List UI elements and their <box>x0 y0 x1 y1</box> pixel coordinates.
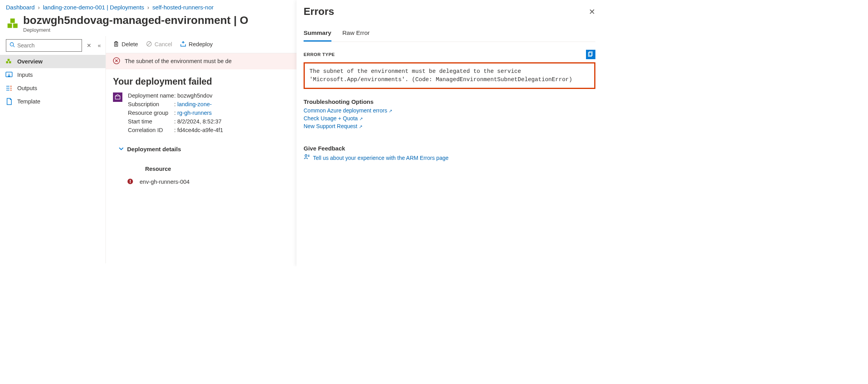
link-common-errors[interactable]: Common Azure deployment errors↗ <box>304 107 392 114</box>
chevron-down-icon <box>118 146 124 152</box>
external-link-icon: ↗ <box>359 124 362 129</box>
error-message-box: The subnet of the environment must be de… <box>304 62 595 89</box>
chevron-right-icon: › <box>37 4 40 11</box>
feedback-icon <box>304 154 310 161</box>
meta-label-deployment-name: Deployment name <box>128 92 174 99</box>
svg-rect-1 <box>13 24 17 28</box>
delete-label: Delete <box>122 41 138 47</box>
delete-button[interactable]: Delete <box>113 41 138 48</box>
overview-icon <box>5 58 13 65</box>
svg-point-23 <box>305 155 307 157</box>
svg-rect-20 <box>130 182 131 183</box>
search-box[interactable] <box>6 39 82 52</box>
meta-label-resource-group: Resource group <box>128 110 174 116</box>
svg-rect-0 <box>7 24 12 28</box>
meta-label-subscription: Subscription <box>128 101 174 107</box>
meta-value-start-time: 8/2/2024, 8:52:37 <box>177 118 223 125</box>
copy-icon <box>588 51 593 58</box>
sidebar-item-outputs[interactable]: Outputs <box>0 82 106 95</box>
tab-summary[interactable]: Summary <box>304 26 331 42</box>
error-circle-icon <box>113 57 120 65</box>
meta-label-start-time: Start time <box>128 118 174 125</box>
redeploy-icon <box>180 41 186 48</box>
error-badge-icon <box>127 178 133 186</box>
feedback-link[interactable]: Tell us about your experience with the A… <box>313 155 449 161</box>
sidebar-item-label: Overview <box>17 58 43 65</box>
sidebar-item-inputs[interactable]: Inputs <box>0 68 106 82</box>
svg-rect-5 <box>6 61 8 63</box>
error-banner-text: The subnet of the environment must be de <box>125 58 231 64</box>
tab-raw-error[interactable]: Raw Error <box>342 26 370 42</box>
troubleshooting-header: Troubleshooting Options <box>304 98 595 105</box>
sidebar-item-label: Template <box>17 98 40 105</box>
resource-provider-icon <box>113 92 122 102</box>
svg-rect-7 <box>7 59 9 61</box>
close-button[interactable]: ✕ <box>589 7 595 16</box>
flyout-tabs: Summary Raw Error <box>304 26 595 42</box>
svg-point-3 <box>10 43 14 46</box>
meta-link-subscription[interactable]: landing-zone- <box>177 101 223 107</box>
link-check-quota[interactable]: Check Usage + Quota↗ <box>304 115 363 121</box>
table-cell-resource: env-gh-runners-004 <box>140 179 189 185</box>
inputs-icon <box>5 71 13 78</box>
svg-line-4 <box>13 46 15 47</box>
search-icon <box>9 42 15 49</box>
page-subtitle: Deployment <box>23 27 248 33</box>
trash-icon <box>113 41 119 48</box>
deployment-meta: Deployment name: bozwgh5ndov Subscriptio… <box>128 92 223 133</box>
sidebar-item-label: Outputs <box>17 85 37 91</box>
cancel-label: Cancel <box>155 41 172 47</box>
breadcrumb-link-deployments[interactable]: landing-zone-demo-001 | Deployments <box>43 4 144 11</box>
page-title: bozwgh5ndovag-managed-environment | O <box>23 14 248 27</box>
link-new-support[interactable]: New Support Request↗ <box>304 123 362 129</box>
external-link-icon: ↗ <box>359 116 363 121</box>
sidebar-item-template[interactable]: Template <box>0 95 106 108</box>
meta-value-deployment-name: bozwgh5ndov <box>177 92 223 99</box>
meta-link-resource-group[interactable]: rg-gh-runners <box>177 110 223 116</box>
svg-rect-17 <box>115 96 120 99</box>
meta-label-correlation-id: Correlation ID <box>128 127 174 133</box>
redeploy-button[interactable]: Redeploy <box>180 41 213 48</box>
svg-line-13 <box>147 42 151 45</box>
breadcrumb-link-runners[interactable]: self-hosted-runners-nor <box>153 4 214 11</box>
redeploy-label: Redeploy <box>189 41 213 47</box>
close-icon: ✕ <box>589 7 595 16</box>
svg-rect-19 <box>130 180 131 182</box>
svg-rect-2 <box>10 18 15 23</box>
sidebar-item-overview[interactable]: Overview <box>0 55 106 68</box>
deployment-details-label: Deployment details <box>127 146 181 152</box>
errors-flyout: Errors ✕ Summary Raw Error ERROR TYPE Th… <box>297 0 602 266</box>
clear-button[interactable]: ✕ <box>85 41 93 50</box>
search-input[interactable] <box>17 42 78 49</box>
meta-value-correlation-id: fd4ce4dc-a9fe-4f1 <box>177 127 223 133</box>
external-link-icon: ↗ <box>389 109 392 113</box>
feedback-header: Give Feedback <box>304 145 595 152</box>
copy-button[interactable] <box>586 50 595 59</box>
error-type-label: ERROR TYPE <box>304 52 335 57</box>
svg-rect-6 <box>9 61 11 63</box>
sidebar-item-label: Inputs <box>17 72 33 78</box>
outputs-icon <box>5 85 13 92</box>
sidebar: ✕ « Overview Inputs Outputs Template <box>0 36 106 263</box>
chevron-right-icon: › <box>147 4 150 11</box>
collapse-button[interactable]: « <box>96 41 102 50</box>
deployment-icon <box>6 17 19 30</box>
cancel-button: Cancel <box>146 41 172 48</box>
flyout-title: Errors <box>304 5 334 18</box>
cancel-icon <box>146 41 152 48</box>
template-icon <box>5 98 13 105</box>
breadcrumb-link-dashboard[interactable]: Dashboard <box>6 4 35 11</box>
